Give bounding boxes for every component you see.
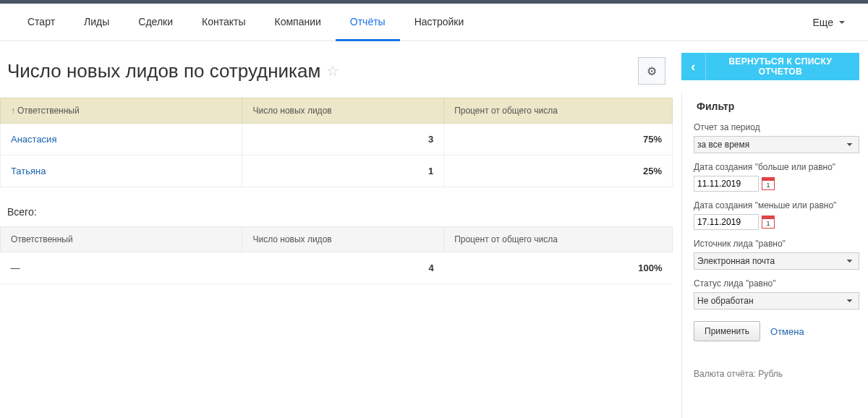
favorite-star-icon[interactable]: ☆ <box>326 62 339 80</box>
chevron-down-icon <box>839 21 845 24</box>
source-select[interactable]: Электронная почта <box>694 252 859 270</box>
total-cell-percent: 100% <box>444 252 673 284</box>
total-col-responsible: Ответственный <box>1 227 242 252</box>
col-header-count[interactable]: Число новых лидов <box>242 98 444 124</box>
date-le-label: Дата создания "меньше или равно" <box>694 200 859 210</box>
back-button-label: ВЕРНУТЬСЯ К СПИСКУ ОТЧЕТОВ <box>715 56 846 77</box>
nav-companies[interactable]: Компании <box>260 4 336 41</box>
report-table: ↑Ответственный Число новых лидов Процент… <box>0 98 673 187</box>
col-header-responsible[interactable]: ↑Ответственный <box>1 98 242 124</box>
period-select[interactable]: за все время <box>694 136 859 153</box>
back-to-reports-button[interactable]: ‹ ВЕРНУТЬСЯ К СПИСКУ ОТЧЕТОВ <box>681 53 859 80</box>
status-select[interactable]: Не обработан <box>694 292 859 310</box>
gear-icon: ⚙ <box>647 64 657 78</box>
main-nav: Старт Лиды Сделки Контакты Компании Отчё… <box>0 4 868 41</box>
nav-deals[interactable]: Сделки <box>124 4 187 41</box>
nav-more[interactable]: Еще <box>803 4 856 41</box>
total-table: Ответственный Число новых лидов Процент … <box>0 226 673 284</box>
nav-more-label: Еще <box>813 17 834 28</box>
period-label: Отчет за период <box>694 122 859 132</box>
cancel-link[interactable]: Отмена <box>770 326 804 337</box>
nav-settings[interactable]: Настройки <box>400 4 479 41</box>
table-row: Анастасия 3 75% <box>1 124 673 155</box>
source-label: Источник лида "равно" <box>694 239 859 249</box>
nav-contacts[interactable]: Контакты <box>187 4 260 41</box>
date-le-input[interactable] <box>694 214 759 230</box>
calendar-icon[interactable]: 1 <box>762 216 775 229</box>
table-row: Татьяна 1 25% <box>1 155 673 187</box>
total-cell-name: — <box>1 252 242 284</box>
calendar-icon[interactable]: 1 <box>762 177 775 190</box>
nav-leads[interactable]: Лиды <box>69 4 124 41</box>
total-col-count: Число новых лидов <box>242 227 444 252</box>
page-title: Число новых лидов по сотрудникам <box>7 60 320 82</box>
total-row: — 4 100% <box>1 252 673 284</box>
sort-asc-icon: ↑ <box>11 106 15 116</box>
total-col-percent: Процент от общего числа <box>444 227 673 252</box>
total-cell-count: 4 <box>242 252 444 284</box>
nav-reports[interactable]: Отчёты <box>336 4 400 41</box>
cell-count: 3 <box>242 124 444 155</box>
currency-note: Валюта отчёта: Рубль <box>694 369 859 379</box>
date-ge-input[interactable] <box>694 176 759 192</box>
cell-count: 1 <box>242 155 444 187</box>
cell-percent: 75% <box>444 124 673 155</box>
total-label: Всего: <box>0 187 673 226</box>
apply-button[interactable]: Применить <box>694 321 760 341</box>
chevron-left-icon: ‹ <box>681 53 706 80</box>
col-header-percent[interactable]: Процент от общего числа <box>444 98 673 124</box>
cell-percent: 25% <box>444 155 673 187</box>
col-header-responsible-label: Ответственный <box>17 106 80 116</box>
date-ge-label: Дата создания "больше или равно" <box>694 162 859 172</box>
filter-title: Фильтр <box>694 92 859 122</box>
settings-button[interactable]: ⚙ <box>638 57 665 85</box>
status-label: Статус лида "равно" <box>694 278 859 289</box>
nav-start[interactable]: Старт <box>13 4 69 41</box>
employee-link[interactable]: Анастасия <box>11 134 56 145</box>
employee-link[interactable]: Татьяна <box>11 166 46 176</box>
